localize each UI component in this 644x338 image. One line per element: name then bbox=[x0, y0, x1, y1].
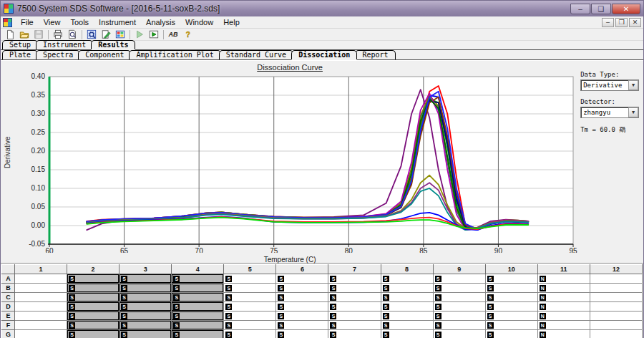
well-G2[interactable]: S bbox=[67, 330, 119, 338]
well-C8[interactable]: S bbox=[381, 293, 433, 302]
row-header-F[interactable]: F bbox=[2, 321, 15, 330]
well-B3[interactable]: S bbox=[119, 284, 172, 293]
tab-standard-curve[interactable]: Standard Curve bbox=[219, 50, 293, 59]
well-E8[interactable]: S bbox=[381, 312, 433, 321]
col-header-4[interactable]: 4 bbox=[172, 265, 224, 274]
help-key-icon[interactable]: ? bbox=[180, 29, 195, 40]
well-C4[interactable]: S bbox=[172, 293, 224, 302]
well-B2[interactable]: S bbox=[67, 284, 119, 293]
well-E9[interactable]: S bbox=[433, 312, 485, 321]
well-A2[interactable]: S bbox=[67, 274, 119, 284]
well-D7[interactable]: S bbox=[328, 302, 381, 312]
col-header-1[interactable]: 1 bbox=[15, 265, 67, 274]
tab-dissociation[interactable]: Dissociation bbox=[291, 50, 357, 59]
well-F3[interactable]: S bbox=[119, 321, 172, 330]
well-G12[interactable] bbox=[590, 330, 642, 338]
well-F11[interactable]: N bbox=[537, 321, 590, 330]
row-header-G[interactable]: G bbox=[2, 330, 15, 338]
close-button[interactable]: ✕ bbox=[612, 4, 640, 14]
well-G4[interactable]: S bbox=[172, 330, 224, 338]
well-A11[interactable]: N bbox=[537, 274, 590, 284]
well-D4[interactable]: S bbox=[172, 302, 224, 312]
well-F1[interactable] bbox=[15, 321, 67, 330]
row-header-D[interactable]: D bbox=[2, 302, 15, 312]
chevron-down-icon[interactable]: ▼ bbox=[628, 80, 638, 90]
menu-instrument[interactable]: Instrument bbox=[94, 17, 141, 27]
well-C2[interactable]: S bbox=[67, 293, 119, 302]
well-D12[interactable] bbox=[590, 302, 642, 312]
tab-plate[interactable]: Plate bbox=[2, 50, 38, 59]
col-header-7[interactable]: 7 bbox=[328, 265, 381, 274]
detector-select[interactable]: zhangyu ▼ bbox=[580, 107, 639, 118]
col-header-8[interactable]: 8 bbox=[381, 265, 433, 274]
col-header-3[interactable]: 3 bbox=[119, 265, 172, 274]
well-F4[interactable]: S bbox=[172, 321, 224, 330]
row-header-E[interactable]: E bbox=[2, 312, 15, 321]
well-E12[interactable] bbox=[590, 312, 642, 321]
well-G8[interactable]: S bbox=[381, 330, 433, 338]
new-document-icon[interactable] bbox=[3, 29, 17, 40]
well-G7[interactable]: S bbox=[328, 330, 381, 338]
col-header-11[interactable]: 11 bbox=[537, 265, 590, 274]
edit-plate-icon[interactable] bbox=[99, 29, 113, 40]
well-B5[interactable]: S bbox=[224, 284, 276, 293]
well-G1[interactable] bbox=[15, 330, 67, 338]
mdi-restore-button[interactable]: ❒ bbox=[615, 18, 628, 27]
well-A4[interactable]: S bbox=[172, 274, 224, 284]
col-header-6[interactable]: 6 bbox=[276, 265, 328, 274]
well-E6[interactable]: S bbox=[276, 312, 328, 321]
well-C7[interactable]: S bbox=[328, 293, 381, 302]
well-A5[interactable]: S bbox=[224, 274, 276, 284]
well-A1[interactable] bbox=[15, 274, 67, 284]
well-C1[interactable] bbox=[15, 293, 67, 302]
menu-analysis[interactable]: Analysis bbox=[141, 17, 180, 27]
well-B7[interactable]: S bbox=[328, 284, 381, 293]
well-E11[interactable]: N bbox=[537, 312, 590, 321]
well-F2[interactable]: S bbox=[67, 321, 119, 330]
well-G9[interactable]: S bbox=[433, 330, 485, 338]
well-F6[interactable]: S bbox=[276, 321, 328, 330]
tab-report[interactable]: Report bbox=[355, 50, 395, 59]
well-B8[interactable]: S bbox=[381, 284, 433, 293]
well-B9[interactable]: S bbox=[433, 284, 485, 293]
open-folder-icon[interactable] bbox=[17, 29, 31, 40]
data-type-select[interactable]: Derivative ▼ bbox=[580, 79, 639, 91]
well-F8[interactable]: S bbox=[381, 321, 433, 330]
well-E2[interactable]: S bbox=[67, 312, 119, 321]
col-header-12[interactable]: 12 bbox=[590, 265, 642, 274]
well-F5[interactable]: S bbox=[224, 321, 276, 330]
well-D11[interactable]: N bbox=[537, 302, 590, 312]
well-C3[interactable]: S bbox=[119, 293, 172, 302]
well-C12[interactable] bbox=[590, 293, 642, 302]
well-B6[interactable]: S bbox=[276, 284, 328, 293]
run-monitor-icon[interactable] bbox=[147, 29, 161, 40]
print-icon[interactable] bbox=[51, 29, 65, 40]
well-C9[interactable]: S bbox=[433, 293, 485, 302]
menu-file[interactable]: File bbox=[16, 17, 39, 27]
well-G5[interactable]: S bbox=[224, 330, 276, 338]
print-preview-icon[interactable] bbox=[65, 29, 79, 40]
well-D5[interactable]: S bbox=[224, 302, 276, 312]
menu-help[interactable]: Help bbox=[218, 17, 245, 27]
col-header-5[interactable]: 5 bbox=[224, 265, 276, 274]
mdi-close-button[interactable]: ✕ bbox=[629, 18, 641, 27]
report-ab-icon[interactable]: AB bbox=[166, 29, 180, 40]
well-E5[interactable]: S bbox=[224, 312, 276, 321]
well-D9[interactable]: S bbox=[433, 302, 485, 312]
well-D3[interactable]: S bbox=[119, 302, 172, 312]
well-D1[interactable] bbox=[15, 302, 67, 312]
plate-corner-cell[interactable] bbox=[2, 265, 15, 274]
minimize-button[interactable]: – bbox=[570, 4, 590, 14]
well-A8[interactable]: S bbox=[381, 274, 433, 284]
well-A7[interactable]: S bbox=[328, 274, 381, 284]
tab-setup[interactable]: Setup bbox=[2, 40, 38, 49]
well-F10[interactable]: S bbox=[485, 321, 537, 330]
well-B10[interactable]: S bbox=[485, 284, 537, 293]
well-E10[interactable]: S bbox=[485, 312, 537, 321]
tab-component[interactable]: Component bbox=[78, 50, 131, 59]
well-G10[interactable]: S bbox=[485, 330, 537, 338]
well-C6[interactable]: S bbox=[276, 293, 328, 302]
well-A3[interactable]: S bbox=[119, 274, 172, 284]
well-B4[interactable]: S bbox=[172, 284, 224, 293]
tab-instrument[interactable]: Instrument bbox=[36, 40, 93, 49]
